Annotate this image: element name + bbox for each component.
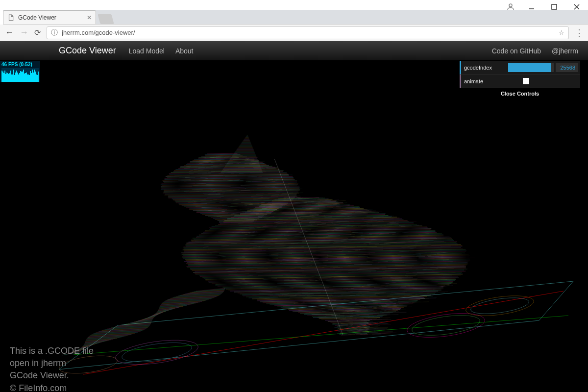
svg-line-224 (161, 184, 298, 186)
checkbox[interactable] (523, 78, 529, 84)
close-tab-icon[interactable]: ✕ (87, 14, 92, 21)
svg-line-1351 (256, 194, 264, 194)
nav-twitter[interactable]: @jherrm (552, 47, 578, 55)
svg-line-215 (167, 175, 289, 177)
svg-line-234 (168, 194, 296, 196)
close-controls-button[interactable]: Close Controls (460, 88, 580, 99)
svg-point-426 (114, 336, 199, 368)
svg-line-1069 (245, 253, 267, 254)
site-info-icon[interactable]: ⓘ (51, 28, 58, 37)
svg-line-218 (162, 178, 294, 180)
svg-line-134 (240, 290, 441, 294)
svg-line-518 (270, 231, 296, 232)
svg-line-221 (162, 181, 297, 183)
svg-line-223 (162, 183, 298, 185)
reload-button[interactable]: ⟳ (34, 28, 41, 37)
svg-line-737 (410, 248, 414, 249)
svg-line-115 (200, 271, 466, 276)
new-tab-button[interactable] (98, 14, 114, 24)
browser-tab[interactable]: GCode Viewer ✕ (3, 10, 96, 24)
nav-github[interactable]: Code on GitHub (492, 47, 541, 55)
app-brand[interactable]: GCode Viewer (59, 46, 116, 56)
svg-line-1091 (257, 269, 268, 269)
svg-line-1154 (388, 299, 396, 300)
bookmark-star-icon[interactable]: ☆ (559, 29, 564, 36)
svg-line-1447 (259, 205, 267, 205)
control-label: gcodeIndex (461, 65, 508, 71)
control-animate[interactable]: animate (460, 74, 580, 88)
svg-line-1420 (184, 191, 189, 192)
app-navbar: GCode Viewer Load Model About Code on Gi… (0, 41, 588, 61)
back-button[interactable]: ← (5, 27, 14, 38)
svg-line-62 (196, 231, 435, 236)
svg-line-1217 (307, 308, 331, 308)
caption-line: This is a .GCODE file (10, 345, 94, 357)
slider-value[interactable]: 25568 (556, 63, 578, 72)
svg-line-1301 (373, 217, 384, 217)
nav-about[interactable]: About (175, 47, 194, 55)
svg-line-57 (203, 228, 427, 232)
svg-line-1449 (241, 202, 251, 202)
svg-line-1008 (434, 241, 444, 242)
svg-line-126 (218, 281, 453, 286)
svg-line-1077 (340, 300, 349, 301)
svg-line-758 (295, 294, 314, 295)
svg-line-1532 (245, 160, 257, 161)
svg-line-471 (203, 246, 209, 247)
svg-line-1358 (174, 175, 190, 176)
svg-line-1109 (415, 244, 429, 244)
svg-line-1148 (325, 315, 340, 315)
svg-line-898 (381, 240, 410, 240)
svg-line-1455 (234, 209, 238, 210)
viewer-canvas[interactable]: 46 FPS (0-52) gcodeIndex 25568 animate C… (0, 61, 588, 392)
svg-line-875 (373, 217, 391, 218)
svg-line-870 (398, 299, 407, 300)
svg-line-125 (215, 280, 455, 285)
control-label: animate (461, 78, 508, 84)
svg-line-240 (175, 200, 292, 202)
svg-line-63 (196, 232, 437, 237)
svg-line-1066 (318, 211, 323, 211)
svg-point-0 (509, 4, 512, 7)
svg-line-1423 (189, 173, 194, 174)
fps-meter: 46 FPS (0-52) (0, 61, 40, 82)
svg-line-260 (219, 221, 254, 221)
svg-rect-2 (552, 4, 557, 9)
svg-line-352 (147, 315, 157, 318)
fps-graph (1, 68, 39, 82)
tab-strip: GCode Viewer ✕ (3, 10, 588, 24)
nav-load-model[interactable]: Load Model (129, 47, 165, 55)
page-icon (7, 14, 14, 21)
svg-line-438 (372, 334, 382, 335)
svg-line-992 (302, 238, 331, 240)
svg-line-461 (447, 262, 453, 262)
svg-line-919 (231, 244, 237, 244)
svg-line-210 (171, 171, 284, 172)
controls-panel: gcodeIndex 25568 animate Close Controls (460, 61, 580, 99)
slider-track[interactable] (508, 63, 554, 72)
svg-line-212 (169, 172, 287, 174)
caption-overlay: This is a .GCODE file open in jherrm GCo… (10, 345, 94, 392)
svg-line-1528 (281, 195, 288, 195)
svg-line-805 (427, 293, 445, 293)
forward-button[interactable]: → (20, 27, 28, 38)
svg-line-614 (285, 260, 291, 261)
control-gcodeindex[interactable]: gcodeIndex 25568 (460, 61, 580, 74)
svg-line-1544 (204, 209, 221, 209)
svg-line-1360 (204, 158, 214, 158)
svg-line-579 (306, 254, 328, 255)
svg-line-536 (389, 276, 416, 277)
browser-menu-button[interactable]: ⋮ (575, 27, 583, 38)
svg-line-760 (333, 322, 341, 322)
svg-line-1139 (335, 271, 342, 271)
svg-line-794 (343, 335, 365, 335)
svg-line-116 (202, 272, 462, 277)
caption-line: © FileInfo.com (10, 382, 94, 392)
svg-line-123 (212, 278, 456, 283)
svg-line-1191 (432, 280, 450, 280)
svg-line-216 (165, 176, 293, 178)
svg-line-1402 (209, 194, 220, 194)
svg-line-1516 (178, 180, 195, 181)
svg-line-1579 (272, 195, 279, 195)
omnibox[interactable]: ⓘ jherrm.com/gcode-viewer/ ☆ (47, 26, 569, 39)
